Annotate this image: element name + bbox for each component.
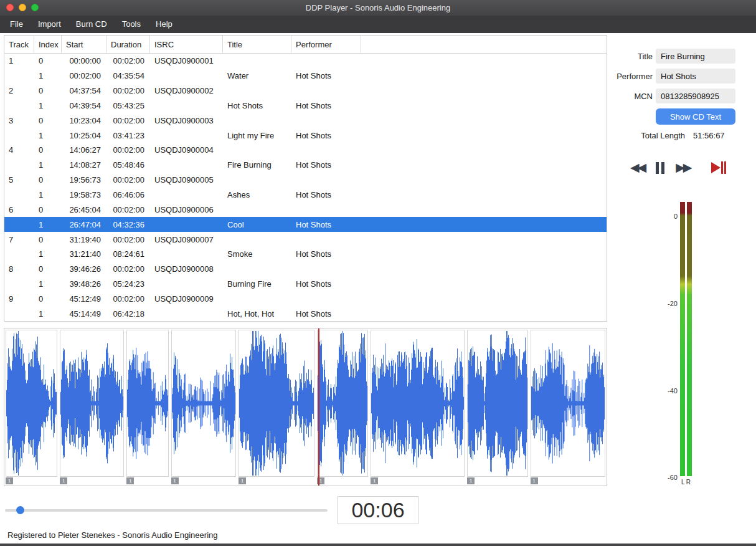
seek-thumb[interactable] bbox=[16, 506, 24, 514]
column-header-performer[interactable]: Performer bbox=[291, 36, 361, 53]
column-header-start[interactable]: Start bbox=[62, 36, 106, 53]
window-controls bbox=[6, 4, 39, 11]
table-row[interactable]: 114:08:2705:48:46Fire BurningHot Shots bbox=[4, 158, 607, 173]
table-cell: 2 bbox=[4, 86, 34, 95]
table-cell: 39:46:26 bbox=[62, 264, 106, 274]
table-cell: Hot Shots bbox=[291, 190, 361, 199]
fast-forward-button[interactable]: ▶▶ bbox=[676, 160, 692, 176]
waveform-segment[interactable]: 1 bbox=[531, 330, 606, 477]
table-cell: Hot, Hot, Hot bbox=[223, 309, 291, 318]
table-row[interactable]: 126:47:0404:32:36CoolHot Shots bbox=[4, 217, 607, 232]
table-cell: 9 bbox=[4, 294, 34, 304]
table-cell: 26:47:04 bbox=[62, 220, 106, 229]
column-header-isrc[interactable]: ISRC bbox=[150, 36, 223, 53]
show-cd-text-button[interactable]: Show CD Text bbox=[656, 108, 735, 125]
waveform-segment[interactable]: 1 bbox=[60, 330, 124, 477]
menu-item-import[interactable]: Import bbox=[31, 16, 69, 33]
table-row[interactable]: 110:25:0403:41:23Light my FireHot Shots bbox=[4, 128, 607, 143]
waveform-segment[interactable]: 1 bbox=[6, 330, 57, 477]
waveform-segment[interactable]: 1 bbox=[239, 330, 314, 477]
column-header-index[interactable]: Index bbox=[34, 36, 62, 53]
meter-bar-left bbox=[680, 202, 685, 476]
index-marker: 1 bbox=[531, 477, 538, 484]
table-cell: Hot Shots bbox=[291, 249, 361, 259]
table-row[interactable]: 1000:00:0000:02:00USQDJ0900001 bbox=[4, 54, 607, 69]
menu-item-file[interactable]: File bbox=[2, 16, 31, 33]
table-cell: 0 bbox=[34, 145, 62, 155]
table-cell: 5 bbox=[4, 175, 34, 184]
table-cell: 14:08:27 bbox=[62, 160, 106, 170]
table-row[interactable]: 8039:46:2600:02:00USQDJ0900008 bbox=[4, 262, 607, 277]
waveform-segment[interactable]: 1 bbox=[371, 330, 465, 477]
column-header-duration[interactable]: Duration bbox=[106, 36, 150, 53]
table-cell: USQDJ0900007 bbox=[150, 235, 223, 244]
seek-groove[interactable] bbox=[5, 509, 328, 512]
table-row[interactable]: 9045:12:4900:02:00USQDJ0900009 bbox=[4, 292, 607, 307]
seek-slider[interactable] bbox=[5, 506, 328, 515]
title-field-label: Title bbox=[613, 52, 653, 61]
column-header-title[interactable]: Title bbox=[223, 36, 291, 53]
table-row[interactable]: 145:14:4906:42:18Hot, Hot, HotHot Shots bbox=[4, 306, 607, 321]
table-cell: 00:00:00 bbox=[62, 56, 106, 65]
table-cell: 0 bbox=[34, 235, 62, 244]
performer-field[interactable] bbox=[656, 69, 735, 84]
table-cell: 04:37:54 bbox=[62, 86, 106, 95]
mcn-field[interactable] bbox=[656, 89, 735, 103]
pause-icon bbox=[656, 162, 659, 174]
table-cell: 3 bbox=[4, 116, 34, 125]
table-cell: USQDJ0900009 bbox=[150, 294, 223, 304]
waveform-segment[interactable]: 1 bbox=[317, 330, 368, 477]
waveform-panel: 111111111 bbox=[4, 328, 607, 486]
table-cell: 10:23:04 bbox=[62, 116, 106, 125]
title-field[interactable] bbox=[656, 49, 735, 64]
table-cell: 45:12:49 bbox=[62, 294, 106, 304]
table-row[interactable]: 139:48:2605:24:23Burning FireHot Shots bbox=[4, 277, 607, 292]
table-cell: 0 bbox=[34, 175, 62, 184]
waveform-segment[interactable]: 1 bbox=[467, 330, 528, 477]
play-to-marker-button[interactable] bbox=[710, 160, 727, 175]
table-row[interactable]: 2004:37:5400:02:00USQDJ0900002 bbox=[4, 84, 607, 98]
meter-scale-label: 0 bbox=[663, 213, 678, 220]
window-bottom-edge bbox=[0, 544, 756, 546]
table-cell: 1 bbox=[4, 56, 34, 65]
pause-button[interactable] bbox=[656, 161, 666, 174]
table-row[interactable]: 100:02:0004:35:54WaterHot Shots bbox=[4, 69, 607, 84]
table-row[interactable]: 6026:45:0400:02:00USQDJ0900006 bbox=[4, 202, 607, 217]
menu-item-help[interactable]: Help bbox=[148, 16, 180, 33]
table-row[interactable]: 3010:23:0400:02:00USQDJ0900003 bbox=[4, 113, 607, 128]
menu-item-tools[interactable]: Tools bbox=[115, 16, 148, 33]
minimize-window-button[interactable] bbox=[19, 4, 26, 11]
waveform-segment[interactable]: 1 bbox=[126, 330, 168, 477]
table-row[interactable]: 119:58:7306:46:06AshesHot Shots bbox=[4, 188, 607, 203]
table-row[interactable]: 104:39:5405:43:25Hot ShotsHot Shots bbox=[4, 98, 607, 113]
table-row[interactable]: 4014:06:2700:02:00USQDJ0900004 bbox=[4, 143, 607, 158]
meter-channel-labels: L R bbox=[680, 479, 692, 486]
column-header-track[interactable]: Track bbox=[4, 36, 34, 53]
playhead-cursor bbox=[318, 328, 319, 486]
table-cell: USQDJ0900006 bbox=[150, 205, 223, 214]
table-cell: 1 bbox=[34, 101, 62, 110]
registration-status: Registered to Pieter Stenekes - Sonoris … bbox=[7, 530, 217, 540]
rewind-button[interactable]: ◀◀ bbox=[630, 160, 646, 176]
zoom-window-button[interactable] bbox=[31, 4, 39, 11]
waveform-segment[interactable]: 1 bbox=[171, 330, 237, 477]
close-window-button[interactable] bbox=[6, 4, 14, 11]
meter-scale-label: -40 bbox=[663, 387, 678, 395]
table-row[interactable]: 5019:56:7300:02:00USQDJ0900005 bbox=[4, 173, 607, 188]
table-row[interactable]: 7031:19:4000:02:00USQDJ0900007 bbox=[4, 232, 607, 247]
transport-controls: ◀◀ ▶▶ bbox=[630, 160, 727, 176]
table-cell: 00:02:00 bbox=[106, 56, 150, 65]
table-cell: 8 bbox=[4, 264, 34, 274]
index-marker: 1 bbox=[171, 477, 179, 484]
index-marker: 1 bbox=[126, 477, 134, 484]
table-row[interactable]: 131:21:4008:24:61SmokeHot Shots bbox=[4, 247, 607, 262]
table-cell: USQDJ0900001 bbox=[150, 56, 223, 65]
play-to-marker-icon bbox=[710, 160, 727, 175]
cd-text-panel: Title Performer MCN Show CD Text Total L… bbox=[613, 0, 754, 499]
menu-item-burn-cd[interactable]: Burn CD bbox=[69, 16, 115, 33]
table-cell: USQDJ0900008 bbox=[150, 264, 223, 274]
table-cell: 45:14:49 bbox=[62, 309, 106, 318]
table-cell: Burning Fire bbox=[223, 279, 291, 289]
table-cell: 0 bbox=[34, 116, 62, 125]
pause-icon bbox=[661, 162, 664, 174]
